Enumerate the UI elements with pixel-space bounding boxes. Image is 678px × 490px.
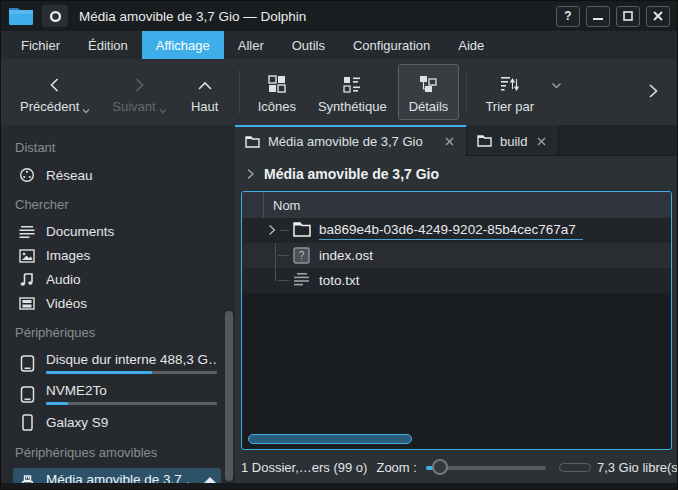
file-name[interactable]: index.ost [319,248,373,263]
sidebar-item-videos[interactable]: Vidéos [13,292,221,315]
chevron-right-icon [246,168,255,180]
tree-line [275,243,276,268]
icons-view-icon [268,71,286,93]
details-view-icon [419,71,438,93]
toolbar-separator [466,70,467,114]
compact-view-label: Synthétique [318,99,387,114]
pin-button[interactable] [42,5,68,27]
file-row-folder[interactable]: ba869e4b-03d6-4249-9202-85b4cec767a7 [242,218,671,243]
sidebar-item-disque-dur[interactable]: Disque dur interne 488,3 G… [13,348,221,378]
zoom-slider[interactable] [426,458,546,477]
toolbar-overflow-button[interactable] [637,79,669,106]
expander-column [242,192,264,218]
free-space-label: 7,3 Gio libre(s) [597,460,678,475]
zoom-slider-handle[interactable] [432,459,448,475]
sidebar-scrollbar[interactable] [225,311,233,481]
tree-line [278,280,289,281]
column-header-nom[interactable]: Nom [264,198,300,213]
menu-edition[interactable]: Édition [74,31,142,59]
help-button[interactable]: ? [556,6,580,27]
sidebar-item-audio[interactable]: Audio [13,268,221,291]
breadcrumb-location[interactable]: Média amovible de 3,7 Gio [264,166,439,182]
sidebar-item-images[interactable]: Images [13,244,221,267]
folder-icon [477,135,492,147]
up-button[interactable]: Haut [178,64,232,120]
minimize-button[interactable] [586,6,610,27]
close-button[interactable] [646,6,670,27]
sort-icon [500,71,519,93]
forward-button[interactable]: Suivant [101,64,177,120]
sidebar-item-nvme2to[interactable]: NVME2To [13,379,221,409]
toolbar-separator [239,70,240,114]
tree-line [275,268,276,281]
icons-view-button[interactable]: Icônes [247,64,307,120]
sidebar-item-label: NVME2To [46,383,217,398]
sidebar-item-label: Réseau [46,168,217,183]
network-icon [18,167,36,183]
horizontal-scrollbar-thumb[interactable] [248,434,412,444]
close-icon [653,11,663,21]
dolphin-window: Média amovible de 3,7 Gio — Dolphin ? Fi… [0,0,678,490]
tab-media-amovible[interactable]: Média amovible de 3,7 Gio [235,125,467,156]
disk-usage-bar [46,402,217,405]
close-icon [537,137,546,146]
back-label: Précédent [20,99,79,114]
zoom-label: Zoom : [376,460,416,475]
sort-label: Trier par [485,99,534,114]
menu-configuration[interactable]: Configuration [339,31,444,59]
close-icon [445,137,454,146]
caret-down-icon [159,108,167,114]
sidebar-item-label: Média amovible de 3,7 … [46,472,189,483]
caret-down-icon[interactable] [551,82,562,89]
menu-aller[interactable]: Aller [224,31,278,59]
image-icon [18,249,36,263]
document-lines-icon [18,225,36,239]
tab-close-button[interactable] [443,135,456,148]
menu-aide[interactable]: Aide [444,31,498,59]
sidebar-item-galaxy-s9[interactable]: Galaxy S9 [13,410,221,435]
icons-view-label: Icônes [258,99,296,114]
sidebar-item-documents[interactable]: Documents [13,220,221,243]
video-icon [18,297,36,310]
menu-affichage[interactable]: Affichage [142,31,224,59]
tab-close-button[interactable] [535,135,548,148]
help-icon: ? [564,9,571,23]
eject-button[interactable] [203,474,217,483]
section-peripheriques-amovibles: Périphériques amovibles [1,436,235,467]
file-row-toto-txt[interactable]: toto.txt [242,268,671,293]
breadcrumb[interactable]: Média amovible de 3,7 Gio [235,156,677,191]
section-chercher: Chercher [1,188,235,219]
sidebar-item-media-amovible[interactable]: Média amovible de 3,7 … [13,468,221,483]
unknown-file-icon: ? [293,247,310,267]
details-view-button[interactable]: Détails [398,64,460,120]
maximize-button[interactable] [616,6,640,27]
main-view: Média amovible de 3,7 Gio build [235,125,677,483]
file-name[interactable]: toto.txt [319,273,360,288]
status-bar: 1 Dossier,…ers (99 o) Zoom : 7,3 Gio lib… [235,452,677,483]
menu-fichier[interactable]: Fichier [7,31,74,59]
hard-drive-icon [18,386,36,403]
compact-view-icon [343,71,361,93]
sidebar-item-reseau[interactable]: Réseau [13,163,221,187]
section-peripheriques: Périphériques [1,316,235,347]
file-list-empty-area [242,293,671,432]
horizontal-scrollbar [245,432,668,446]
compact-view-button[interactable]: Synthétique [307,64,398,120]
expand-arrow-icon[interactable] [268,224,276,239]
sort-button[interactable]: Trier par [474,64,545,120]
up-label: Haut [191,99,218,114]
caret-down-icon [82,108,90,114]
view-container: Nom ba869e4b-03d6-424 [235,191,677,452]
chevron-right-icon [131,71,147,93]
file-row-index-ost[interactable]: ? index.ost [242,243,671,268]
sidebar-item-label: Images [46,248,217,263]
back-button[interactable]: Précédent [9,64,101,120]
file-name[interactable]: ba869e4b-03d6-4249-9202-85b4cec767a7 [319,222,583,240]
tab-build[interactable]: build [467,125,559,156]
tree-line [278,255,289,256]
tab-label: Média amovible de 3,7 Gio [268,134,435,149]
menu-outils[interactable]: Outils [278,31,339,59]
hard-drive-icon [18,355,36,372]
folder-blue-icon [8,6,34,26]
forward-label: Suivant [112,99,155,114]
